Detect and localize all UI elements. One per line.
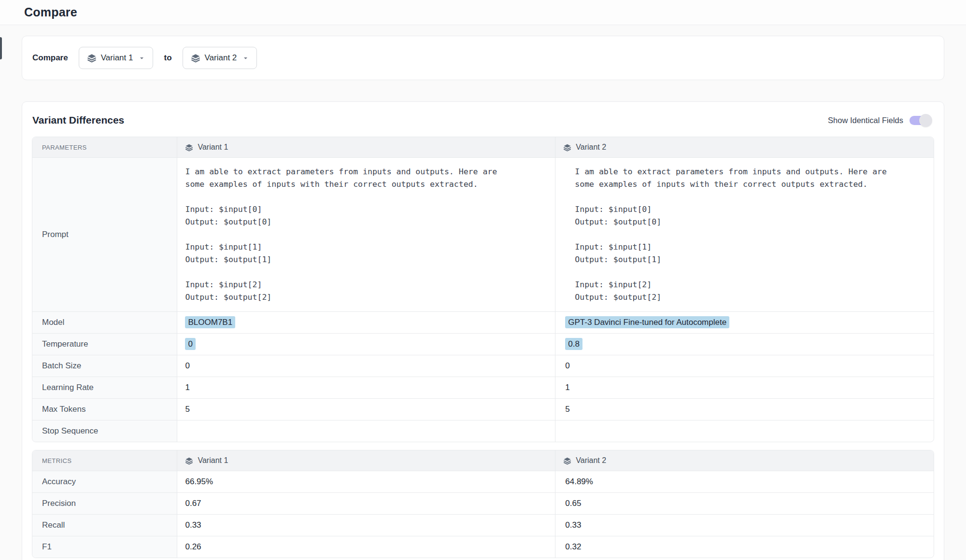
variant-2-column-label: Variant 2 (576, 143, 606, 152)
row-label: Stop Sequence (32, 420, 177, 442)
row-label: Temperature (32, 333, 177, 355)
value-cell: 0.32 (555, 536, 934, 558)
value-cell: 0.26 (177, 536, 555, 558)
diff-highlight: BLOOM7B1 (185, 316, 235, 328)
value-cell: 0 (177, 333, 555, 355)
row-label: Prompt (32, 157, 177, 311)
metrics-table: METRICS Variant 1 (32, 450, 934, 558)
value-cell: BLOOM7B1 (177, 311, 555, 333)
value-cell: 66.95% (177, 471, 555, 492)
table-row: Recall0.330.33 (32, 514, 934, 536)
table-row: Stop Sequence (32, 420, 934, 442)
value-cell: 64.89% (555, 471, 934, 492)
compare-page: Compare Compare Variant 1 to Variant 2 (0, 0, 966, 560)
row-label: Learning Rate (32, 377, 177, 398)
show-identical-fields-toggle[interactable] (909, 116, 928, 125)
variant-2-column-header: Variant 2 (555, 137, 934, 157)
to-label: to (164, 53, 171, 63)
table-row: Learning Rate11 (32, 377, 934, 398)
scrollbar-thumb[interactable] (0, 37, 2, 59)
compare-label: Compare (32, 53, 68, 63)
layers-icon (87, 53, 97, 63)
show-identical-fields-label: Show Identical Fields (828, 116, 903, 125)
variant-1-dropdown-label: Variant 1 (101, 53, 133, 63)
value-cell: 0 (177, 355, 555, 377)
table-row: Max Tokens55 (32, 398, 934, 420)
value-cell (177, 420, 555, 442)
row-label: Model (32, 311, 177, 333)
variant-2-column-header: Variant 2 (555, 450, 934, 471)
row-label: Batch Size (32, 355, 177, 377)
value-cell: 1 (177, 377, 555, 398)
value-cell: 5 (555, 398, 934, 420)
variant-1-column-header: Variant 1 (177, 137, 555, 157)
variant-1-dropdown[interactable]: Variant 1 (79, 47, 154, 69)
layers-icon (563, 143, 571, 152)
variant-differences-panel: Variant Differences Show Identical Field… (22, 101, 944, 560)
layers-icon (563, 457, 571, 465)
row-label: F1 (32, 536, 177, 558)
layers-icon (185, 457, 193, 465)
diff-highlight: 0 (185, 338, 195, 350)
value-cell: I am able to extract parameters from inp… (177, 157, 555, 311)
panel-header: Variant Differences Show Identical Field… (32, 114, 934, 126)
value-cell: I am able to extract parameters from inp… (555, 157, 934, 311)
table-row: Precision0.670.65 (32, 492, 934, 514)
compare-toolbar: Compare Variant 1 to Variant 2 (22, 36, 944, 80)
panel-title: Variant Differences (32, 114, 124, 126)
value-cell: 0.8 (555, 333, 934, 355)
prompt-text: I am able to extract parameters from inp… (177, 158, 555, 311)
parameters-table-body: PromptI am able to extract parameters fr… (32, 157, 934, 442)
page-header: Compare (0, 0, 966, 25)
variant-2-dropdown-label: Variant 2 (205, 53, 237, 63)
value-cell: 1 (555, 377, 934, 398)
value-cell: 0.67 (177, 492, 555, 514)
variant-1-column-header: Variant 1 (177, 450, 555, 471)
value-cell: GPT-3 Davinci Fine-tuned for Autocomplet… (555, 311, 934, 333)
chevron-down-icon (138, 55, 145, 62)
table-row: Accuracy66.95%64.89% (32, 471, 934, 492)
variant-2-column-label: Variant 2 (576, 456, 606, 465)
variant-1-column-label: Variant 1 (198, 456, 228, 465)
table-row: F10.260.32 (32, 536, 934, 558)
table-row: PromptI am able to extract parameters fr… (32, 157, 934, 311)
row-label: Precision (32, 492, 177, 514)
chevron-down-icon (242, 55, 249, 62)
main-content: Compare Variant 1 to Variant 2 (0, 36, 966, 560)
value-cell: 5 (177, 398, 555, 420)
page-title: Compare (24, 5, 77, 19)
table-row: ModelBLOOM7B1GPT-3 Davinci Fine-tuned fo… (32, 311, 934, 333)
diff-highlight: 0.8 (565, 338, 582, 350)
row-label: Recall (32, 514, 177, 536)
table-row: Temperature00.8 (32, 333, 934, 355)
parameters-column-header: PARAMETERS (32, 137, 177, 157)
layers-icon (185, 143, 193, 152)
parameters-table: PARAMETERS Variant 1 (32, 137, 934, 442)
table-row: Batch Size00 (32, 355, 934, 377)
variant-2-dropdown[interactable]: Variant 2 (183, 47, 257, 69)
layers-icon (191, 53, 200, 63)
diff-highlight: GPT-3 Davinci Fine-tuned for Autocomplet… (565, 316, 729, 328)
metrics-column-header: METRICS (32, 450, 177, 471)
metrics-table-body: Accuracy66.95%64.89%Precision0.670.65Rec… (32, 471, 934, 558)
variant-1-column-label: Variant 1 (198, 143, 228, 152)
show-identical-fields-control: Show Identical Fields (828, 116, 934, 125)
toggle-knob (919, 114, 932, 127)
row-label: Max Tokens (32, 398, 177, 420)
metrics-table-header-row: METRICS Variant 1 (32, 450, 934, 471)
prompt-text: I am able to extract parameters from inp… (565, 158, 934, 311)
row-label: Accuracy (32, 471, 177, 492)
value-cell: 0.33 (177, 514, 555, 536)
parameters-table-header-row: PARAMETERS Variant 1 (32, 137, 934, 157)
value-cell: 0.33 (555, 514, 934, 536)
value-cell (555, 420, 934, 442)
value-cell: 0 (555, 355, 934, 377)
value-cell: 0.65 (555, 492, 934, 514)
